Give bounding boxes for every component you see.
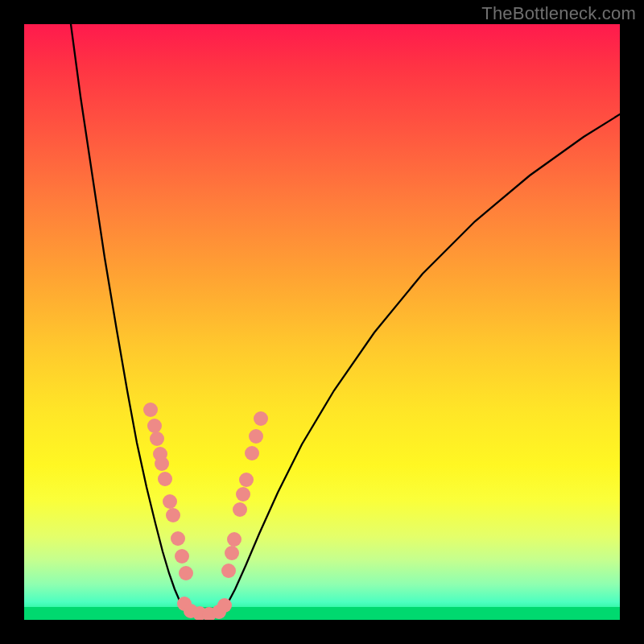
series-group xyxy=(71,24,620,618)
data-point xyxy=(221,564,236,578)
data-point xyxy=(249,429,263,444)
data-point xyxy=(233,502,247,517)
data-point xyxy=(147,419,162,433)
series-left-branch xyxy=(71,24,189,613)
chart-svg xyxy=(24,24,620,620)
data-point xyxy=(166,508,180,522)
data-point xyxy=(254,411,268,426)
data-point xyxy=(217,598,232,613)
chart-frame: TheBottleneck.com xyxy=(0,0,644,644)
data-point xyxy=(155,456,169,471)
data-point xyxy=(150,431,164,446)
data-point xyxy=(143,402,158,417)
data-point xyxy=(225,546,239,560)
data-point xyxy=(239,473,254,487)
data-point xyxy=(236,487,250,502)
plot-area xyxy=(24,24,620,620)
marker-group xyxy=(143,402,268,620)
data-point xyxy=(179,566,193,580)
data-point xyxy=(175,549,189,564)
watermark-text: TheBottleneck.com xyxy=(481,3,636,24)
data-point xyxy=(158,472,172,486)
data-point xyxy=(245,446,259,460)
data-point xyxy=(171,531,185,546)
data-point xyxy=(227,532,242,547)
series-right-branch xyxy=(221,114,620,613)
data-point xyxy=(163,494,177,509)
